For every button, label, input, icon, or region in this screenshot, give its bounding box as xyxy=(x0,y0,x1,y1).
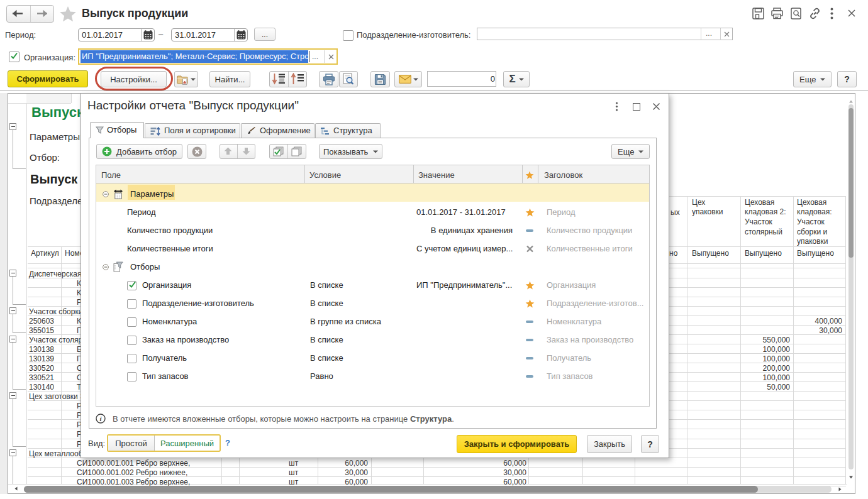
svg-text:i: i xyxy=(99,415,102,422)
